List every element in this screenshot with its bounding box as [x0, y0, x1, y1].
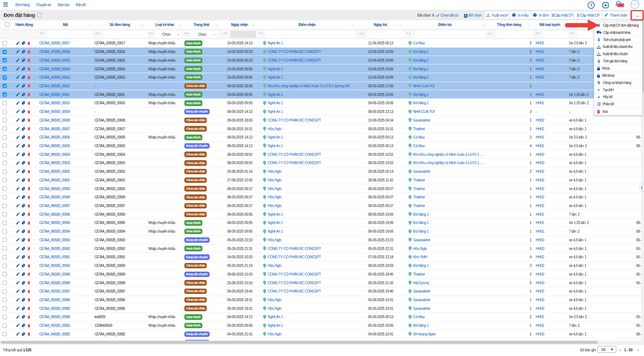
svg-text:?: ?	[590, 3, 592, 8]
